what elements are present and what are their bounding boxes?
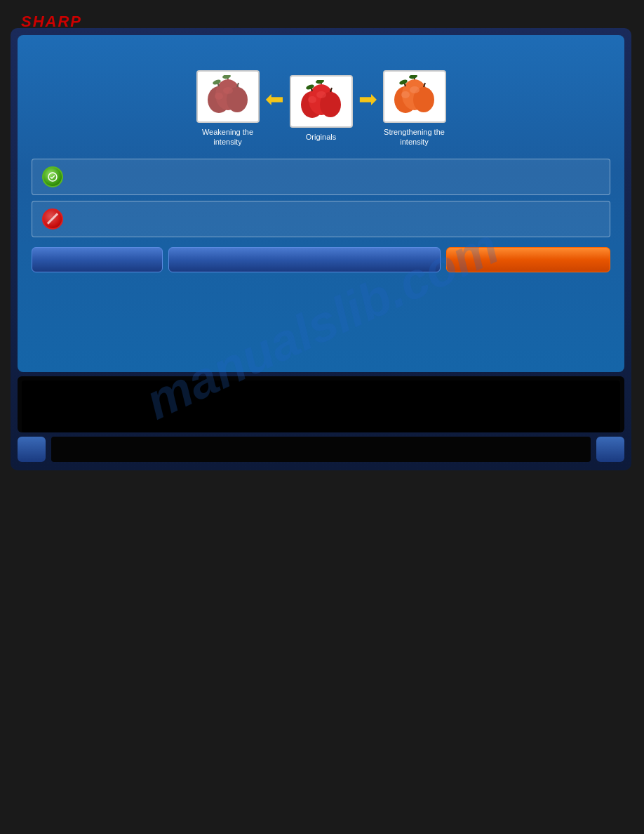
option-row-2[interactable]: [32, 201, 610, 237]
svg-point-24: [410, 86, 420, 93]
black-panel-inner: [22, 380, 620, 432]
apple-label-strengthening: Strengthening theintensity: [384, 127, 445, 147]
apple-demo-area: Weakening theintensity ⬅: [32, 70, 610, 147]
black-panel: [18, 376, 624, 432]
arrow-right-icon: ➡: [358, 86, 377, 112]
button-mid[interactable]: [168, 247, 441, 272]
apple-image-normal: [290, 75, 353, 128]
apple-group-weakening: Weakening theintensity: [196, 70, 260, 147]
svg-point-3: [215, 93, 223, 100]
svg-point-19: [315, 80, 324, 84]
svg-point-13: [308, 96, 316, 103]
apple-group-originals: Originals: [290, 75, 353, 142]
inner-panel: Weakening theintensity ⬅: [18, 35, 624, 372]
option-icon-red: [42, 208, 63, 230]
svg-point-23: [401, 91, 410, 98]
apple-image-light: [383, 70, 446, 123]
arrow-left-icon: ⬅: [265, 86, 284, 112]
svg-point-14: [316, 91, 326, 98]
bottom-row: [18, 437, 624, 462]
apple-label-weakening: Weakening theintensity: [202, 127, 253, 147]
button-left[interactable]: [32, 247, 163, 272]
sharp-logo: SHARP: [21, 13, 82, 31]
apple-label-originals: Originals: [306, 132, 336, 142]
apple-image-dark: [196, 70, 260, 123]
svg-point-9: [222, 75, 231, 79]
button-bar: [32, 243, 610, 277]
option-row-1[interactable]: [32, 159, 610, 195]
option-rows: [32, 159, 610, 237]
svg-point-29: [408, 75, 417, 79]
apple-group-strengthening: Strengthening theintensity: [383, 70, 446, 147]
option-icon-green: [42, 166, 63, 187]
button-orange[interactable]: [446, 247, 610, 272]
svg-point-4: [223, 87, 233, 94]
outer-panel: Weakening theintensity ⬅: [11, 28, 631, 470]
bottom-nav-left[interactable]: [18, 437, 46, 462]
bottom-nav-right[interactable]: [596, 437, 624, 462]
bottom-content-area: [51, 437, 591, 462]
